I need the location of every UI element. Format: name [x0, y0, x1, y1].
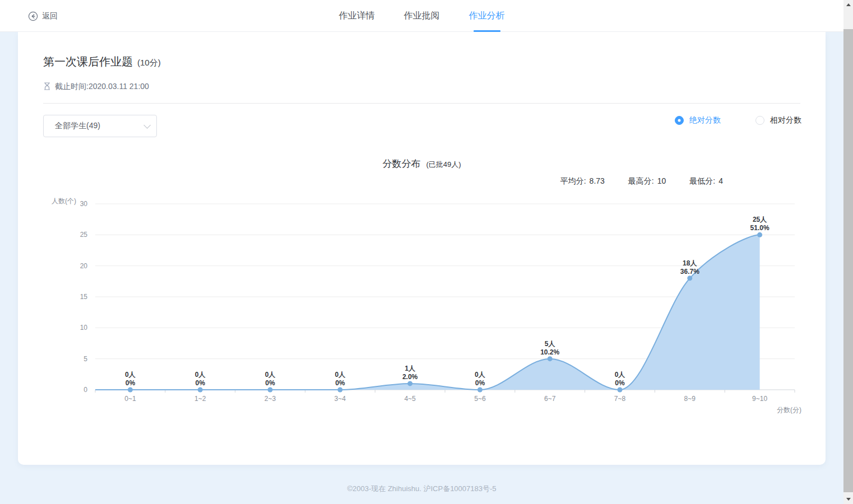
score-distribution-chart: 051015202530人数(个)0~11~22~33~44~55~66~77~…	[18, 194, 826, 430]
svg-text:0%: 0%	[475, 379, 485, 387]
stat-max-value: 10	[657, 176, 666, 185]
svg-text:0%: 0%	[615, 379, 625, 387]
svg-text:0人: 0人	[125, 371, 136, 379]
stat-average: 平均分:8.73	[560, 176, 605, 186]
score-mode-radio-group: 绝对分数 相对分数	[675, 114, 801, 127]
deadline-text: 截止时间:2020.03.11 21:00	[55, 82, 149, 92]
tab-bar: 作业详情 作业批阅 作业分析	[0, 0, 843, 32]
svg-text:0%: 0%	[265, 379, 275, 387]
svg-text:人数(个): 人数(个)	[52, 197, 76, 205]
svg-text:1~2: 1~2	[194, 395, 206, 403]
svg-text:25: 25	[80, 231, 88, 239]
scroll-down-arrow-icon	[846, 498, 851, 501]
stat-min-label: 最低分:	[689, 176, 715, 185]
content-card: 第一次课后作业题 (10分) 截止时间:2020.03.11 21:00 全部学…	[18, 32, 826, 465]
svg-text:1人: 1人	[405, 365, 416, 372]
svg-text:51.0%: 51.0%	[750, 224, 769, 232]
svg-text:25人: 25人	[753, 216, 767, 223]
stat-average-label: 平均分:	[560, 176, 586, 185]
svg-text:5: 5	[84, 355, 87, 363]
scrollbar-thumb[interactable]	[843, 29, 853, 492]
svg-text:10.2%: 10.2%	[540, 348, 559, 356]
tab-homework-analysis[interactable]: 作业分析	[468, 0, 506, 32]
homework-total-score: (10分)	[137, 58, 161, 68]
tab-homework-details[interactable]: 作业详情	[338, 0, 376, 32]
tab-homework-review[interactable]: 作业批阅	[403, 0, 441, 32]
svg-text:4~5: 4~5	[404, 395, 416, 403]
radio-absolute-score-label: 绝对分数	[689, 115, 721, 125]
svg-text:0人: 0人	[475, 371, 486, 379]
homework-title: 第一次课后作业题	[43, 54, 133, 69]
svg-text:10: 10	[80, 324, 88, 332]
svg-text:0: 0	[84, 386, 87, 394]
svg-text:18人: 18人	[683, 259, 697, 267]
svg-text:20: 20	[80, 262, 88, 270]
stat-min: 最低分:4	[689, 176, 723, 186]
chart-subtitle: (已批49人)	[426, 160, 461, 170]
vertical-scrollbar	[843, 0, 853, 504]
svg-text:0人: 0人	[615, 371, 626, 379]
deadline-row: 截止时间:2020.03.11 21:00	[44, 82, 149, 92]
svg-text:3~4: 3~4	[335, 395, 346, 403]
top-nav-bar: 返回 作业详情 作业批阅 作业分析	[0, 0, 843, 32]
radio-circle-icon	[675, 116, 684, 125]
svg-text:15: 15	[80, 293, 88, 301]
score-distribution-area-chart: 051015202530人数(个)0~11~22~33~44~55~66~77~…	[18, 194, 826, 430]
radio-circle-icon	[755, 116, 764, 125]
svg-text:5人: 5人	[545, 340, 556, 348]
stat-min-value: 4	[718, 176, 723, 185]
svg-text:7~8: 7~8	[614, 395, 626, 403]
scroll-up-arrow-icon	[846, 3, 851, 6]
svg-text:0人: 0人	[195, 371, 206, 379]
svg-text:6~7: 6~7	[544, 395, 556, 403]
footer-copyright: ©2003-现在 Zhihuishu. 沪ICP备10007183号-5	[0, 484, 843, 494]
chart-title-row: 分数分布 (已批49人)	[18, 157, 826, 170]
svg-text:0%: 0%	[126, 379, 136, 387]
stat-max: 最高分:10	[628, 176, 666, 186]
student-filter-value: 全部学生(49)	[55, 121, 100, 131]
svg-text:0人: 0人	[335, 371, 346, 379]
svg-text:0人: 0人	[265, 371, 276, 379]
stat-max-label: 最高分:	[628, 176, 654, 185]
stat-average-value: 8.73	[590, 176, 605, 185]
student-filter-select[interactable]: 全部学生(49)	[43, 115, 157, 137]
scrollbar-up-button[interactable]	[843, 0, 853, 10]
section-divider	[43, 103, 800, 104]
svg-text:5~6: 5~6	[474, 395, 486, 403]
score-stats-row: 平均分:8.73 最高分:10 最低分:4	[560, 176, 723, 186]
radio-relative-score[interactable]: 相对分数	[755, 115, 801, 125]
radio-absolute-score[interactable]: 绝对分数	[675, 115, 721, 125]
scrollbar-down-button[interactable]	[843, 494, 853, 504]
homework-title-row: 第一次课后作业题 (10分)	[43, 54, 161, 69]
svg-text:36.7%: 36.7%	[680, 268, 699, 276]
svg-text:30: 30	[80, 200, 88, 208]
radio-relative-score-label: 相对分数	[770, 115, 801, 125]
svg-text:2.0%: 2.0%	[402, 373, 418, 381]
chevron-down-icon	[143, 122, 151, 129]
svg-text:0%: 0%	[196, 379, 206, 387]
chart-title: 分数分布	[382, 157, 420, 170]
svg-text:分数(分): 分数(分)	[777, 406, 801, 414]
svg-text:9~10: 9~10	[752, 395, 767, 403]
svg-text:0%: 0%	[335, 379, 345, 387]
hourglass-icon	[44, 82, 50, 92]
svg-text:2~3: 2~3	[265, 395, 276, 403]
svg-text:8~9: 8~9	[684, 395, 696, 403]
svg-text:0~1: 0~1	[124, 395, 136, 403]
